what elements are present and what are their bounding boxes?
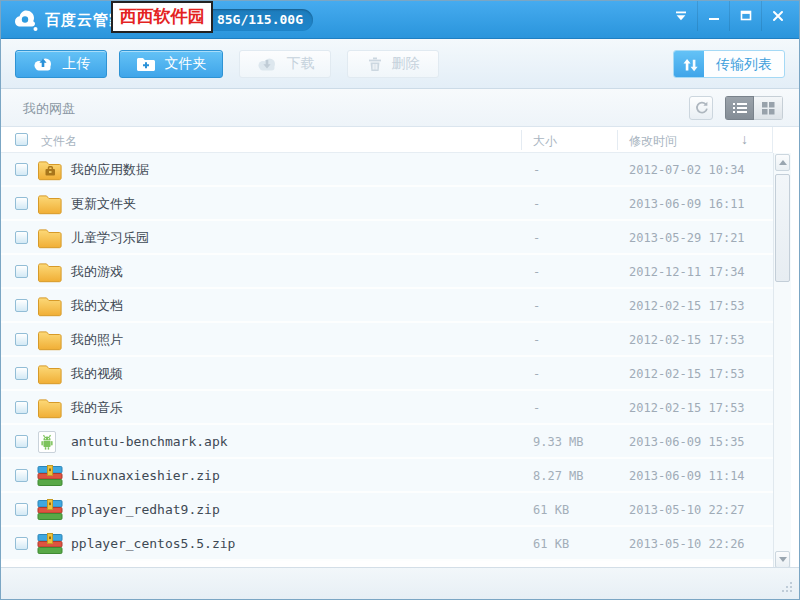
table-row[interactable]: 我的游戏-2012-12-11 17:34: [1, 255, 773, 289]
transfer-list-label: 传输列表: [704, 51, 784, 77]
transfer-arrows-icon: [674, 51, 704, 77]
file-modified: 2013-05-10 22:26: [629, 527, 745, 561]
close-icon: [772, 10, 784, 22]
row-checkbox[interactable]: [15, 469, 28, 482]
download-label: 下载: [287, 55, 315, 73]
scroll-up-button[interactable]: [775, 154, 790, 171]
column-header-size[interactable]: 大小: [533, 133, 557, 150]
trash-icon: [367, 56, 383, 72]
upload-button[interactable]: 上传: [15, 50, 107, 78]
file-name[interactable]: 我的应用数据: [71, 153, 149, 187]
row-checkbox[interactable]: [15, 537, 28, 550]
scroll-down-button[interactable]: [775, 551, 790, 568]
file-size: -: [533, 391, 540, 425]
scrollbar-thumb[interactable]: [775, 174, 790, 282]
delete-button[interactable]: 删除: [347, 50, 439, 78]
folder-icon: [37, 396, 63, 420]
file-name[interactable]: 我的音乐: [71, 391, 123, 425]
transfer-list-button[interactable]: 传输列表: [673, 50, 785, 78]
close-button[interactable]: [761, 1, 793, 31]
folder-icon: [37, 362, 63, 386]
select-all-checkbox[interactable]: [15, 133, 28, 146]
new-folder-button[interactable]: 文件夹: [119, 50, 223, 78]
file-size: 9.33 MB: [533, 425, 584, 459]
new-folder-label: 文件夹: [165, 55, 207, 73]
table-row[interactable]: 儿童学习乐园-2013-05-29 17:21: [1, 221, 773, 255]
file-size: -: [533, 255, 540, 289]
column-divider: [521, 130, 522, 150]
vertical-scrollbar[interactable]: [773, 153, 791, 569]
minimize-button[interactable]: [697, 1, 729, 31]
resize-grip[interactable]: [790, 590, 792, 592]
table-row[interactable]: 我的文档-2012-02-15 17:53: [1, 289, 773, 323]
table-row[interactable]: 我的音乐-2012-02-15 17:53: [1, 391, 773, 425]
title-bar: 百度云管家 85G/115.00G 西西软件园: [1, 1, 799, 39]
upload-label: 上传: [63, 55, 91, 73]
download-button[interactable]: 下载: [239, 50, 331, 78]
refresh-button[interactable]: [689, 96, 713, 120]
file-modified: 2012-02-15 17:53: [629, 323, 745, 357]
file-name[interactable]: pplayer_centos5.5.zip: [71, 527, 235, 561]
file-name[interactable]: 我的游戏: [71, 255, 123, 289]
folder-icon: [37, 328, 63, 352]
triangle-down-icon: [779, 557, 787, 562]
cloud-download-icon: [256, 56, 278, 71]
row-checkbox[interactable]: [15, 299, 28, 312]
row-checkbox[interactable]: [15, 333, 28, 346]
folder-icon: [37, 260, 63, 284]
row-checkbox[interactable]: [15, 265, 28, 278]
row-checkbox[interactable]: [15, 401, 28, 414]
delete-label: 删除: [392, 55, 420, 73]
file-size: -: [533, 323, 540, 357]
minimize-icon: [708, 10, 720, 22]
file-name[interactable]: 我的视频: [71, 357, 123, 391]
file-modified: 2012-02-15 17:53: [629, 391, 745, 425]
table-row[interactable]: antutu-benchmark.apk9.33 MB2013-06-09 15…: [1, 425, 773, 459]
table-row[interactable]: pplayer_centos5.5.zip61 KB2013-05-10 22:…: [1, 527, 773, 561]
file-list: 我的应用数据-2012-07-02 10:34 更新文件夹-2013-06-09…: [1, 153, 773, 569]
list-view-button[interactable]: [725, 96, 754, 120]
file-size: -: [533, 153, 540, 187]
file-name[interactable]: 我的照片: [71, 323, 123, 357]
table-row[interactable]: pplayer_redhat9.zip61 KB2013-05-10 22:27: [1, 493, 773, 527]
column-header-name[interactable]: 文件名: [41, 133, 77, 150]
file-modified: 2013-06-09 16:11: [629, 187, 745, 221]
file-modified: 2013-06-09 11:14: [629, 459, 745, 493]
table-row[interactable]: Linuxnaxieshier.zip8.27 MB2013-06-09 11:…: [1, 459, 773, 493]
file-modified: 2012-02-15 17:53: [629, 289, 745, 323]
row-checkbox[interactable]: [15, 163, 28, 176]
row-checkbox[interactable]: [15, 231, 28, 244]
watermark-overlay: 西西软件园: [111, 1, 213, 33]
file-modified: 2013-05-29 17:21: [629, 221, 745, 255]
table-row[interactable]: 更新文件夹-2013-06-09 16:11: [1, 187, 773, 221]
file-name[interactable]: antutu-benchmark.apk: [71, 425, 228, 459]
grid-view-icon: [762, 102, 775, 115]
zip-icon: [37, 532, 63, 556]
table-row[interactable]: 我的照片-2012-02-15 17:53: [1, 323, 773, 357]
file-name[interactable]: 儿童学习乐园: [71, 221, 149, 255]
view-toggle: [725, 96, 783, 120]
row-checkbox[interactable]: [15, 435, 28, 448]
file-name[interactable]: 更新文件夹: [71, 187, 136, 221]
maximize-button[interactable]: [729, 1, 761, 31]
table-row[interactable]: 我的应用数据-2012-07-02 10:34: [1, 153, 773, 187]
file-modified: 2012-02-15 17:53: [629, 357, 745, 391]
column-header-modified[interactable]: 修改时间: [629, 133, 677, 150]
row-checkbox[interactable]: [15, 197, 28, 210]
file-size: -: [533, 221, 540, 255]
hide-menu-icon: [675, 10, 687, 22]
row-checkbox[interactable]: [15, 503, 28, 516]
file-size: -: [533, 357, 540, 391]
table-row[interactable]: 我的视频-2012-02-15 17:53: [1, 357, 773, 391]
row-checkbox[interactable]: [15, 367, 28, 380]
zip-icon: [37, 464, 63, 488]
breadcrumb[interactable]: 我的网盘: [23, 100, 75, 118]
file-name[interactable]: Linuxnaxieshier.zip: [71, 459, 220, 493]
window-controls: [665, 1, 793, 31]
folder-app-icon: [37, 158, 63, 182]
grid-view-button[interactable]: [754, 96, 783, 120]
sort-desc-icon[interactable]: ↓: [741, 131, 748, 147]
file-name[interactable]: pplayer_redhat9.zip: [71, 493, 220, 527]
menu-button[interactable]: [665, 1, 697, 31]
file-name[interactable]: 我的文档: [71, 289, 123, 323]
